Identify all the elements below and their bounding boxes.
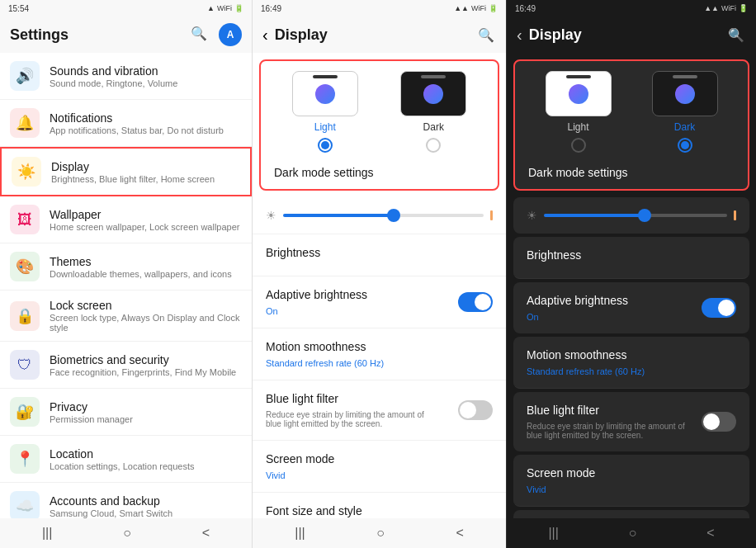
dark-mode-option[interactable]: Dark [400, 71, 466, 153]
privacy-subtitle: Permission manager [50, 414, 242, 424]
signal-icon: ▲ [207, 4, 215, 12]
blue-light-subtitle-dark: Reduce eye strain by limiting the amount… [527, 422, 692, 440]
sidebar-item-sounds[interactable]: 🔊 Sounds and vibration Sound mode, Ringt… [0, 53, 252, 100]
blue-light-toggle[interactable] [458, 400, 493, 420]
blue-light-title-dark: Blue light filter [527, 404, 702, 417]
motion-title: Motion smoothness [266, 340, 493, 353]
font-size-title: Font size and style [266, 504, 493, 517]
sidebar-item-display[interactable]: ☀️ Display Brightness, Blue light filter… [0, 147, 252, 196]
motion-title-dark: Motion smoothness [527, 348, 736, 361]
display-header-dark: ‹ Display 🔍 [507, 17, 756, 53]
motion-subtitle-dark: Standard refresh rate (60 Hz) [527, 366, 736, 376]
nav-bar-panel3: ||| ○ < [507, 518, 756, 548]
light-radio-dark[interactable] [571, 138, 586, 153]
motion-row[interactable]: Motion smoothness Standard refresh rate … [253, 328, 506, 380]
menu-nav-p3[interactable]: ||| [548, 526, 558, 541]
screen-mode-row-dark[interactable]: Screen mode Vivid [513, 455, 749, 507]
dark-mode-option-dark[interactable]: Dark [652, 71, 718, 153]
battery-icon: 🔋 [234, 4, 243, 12]
preview-bubble-d [569, 84, 588, 104]
blue-light-knob-dark [703, 413, 720, 430]
home-nav-p3[interactable]: ○ [629, 526, 637, 541]
blue-light-text: Blue light filter Reduce eye strain by l… [266, 392, 458, 428]
preview-bubble [315, 84, 335, 104]
time-panel3: 16:49 [515, 4, 536, 13]
toggle-knob [475, 294, 491, 310]
user-avatar[interactable]: A [219, 23, 242, 46]
dark-mode-settings-dark[interactable]: Dark mode settings [525, 161, 738, 179]
sounds-text: Sounds and vibration Sound mode, Rington… [50, 64, 242, 88]
blue-light-text-dark: Blue light filter Reduce eye strain by l… [527, 404, 702, 440]
accounts-subtitle: Samsung Cloud, Smart Switch [50, 508, 242, 518]
status-bar-panel2: 16:49 ▲▲ WiFi 🔋 [253, 0, 506, 17]
wifi-icon2: WiFi [471, 4, 486, 12]
font-size-row[interactable]: Font size and style [253, 493, 506, 518]
back-nav-p2[interactable]: < [456, 526, 463, 541]
screen-mode-title: Screen mode [266, 452, 493, 465]
screen-mode-row[interactable]: Screen mode Vivid [253, 441, 506, 493]
signal-icon3: ▲▲ [704, 4, 719, 12]
back-button-p2[interactable]: ‹ [262, 26, 268, 45]
motion-subtitle: Standard refresh rate (60 Hz) [266, 358, 493, 368]
battery-icon3: 🔋 [739, 4, 748, 12]
light-mode-option-dark[interactable]: Light [546, 71, 612, 153]
sidebar-item-themes[interactable]: 🎨 Themes Downloadable themes, wallpapers… [0, 243, 252, 291]
search-icon[interactable]: 🔍 [189, 23, 209, 43]
display-header-light: ‹ Display 🔍 [253, 17, 506, 53]
location-subtitle: Location settings, Location requests [50, 461, 242, 471]
light-radio[interactable] [318, 138, 333, 153]
home-nav-icon[interactable]: ○ [123, 526, 131, 541]
brightness-sun-icon-d: ☀ [527, 209, 537, 222]
blue-light-toggle-dark[interactable] [702, 412, 736, 432]
nav-bar-panel2: ||| ○ < [253, 518, 506, 548]
dark-mode-settings[interactable]: Dark mode settings [271, 161, 488, 179]
sounds-title: Sounds and vibration [50, 64, 242, 78]
search-icon-p2[interactable]: 🔍 [476, 25, 496, 45]
sidebar-item-privacy[interactable]: 🔐 Privacy Permission manager [0, 389, 252, 436]
menu-nav-icon[interactable]: ||| [42, 526, 52, 541]
notify-text: Notifications App notifications, Status … [50, 111, 242, 135]
themes-title: Themes [50, 255, 242, 268]
signal-icon2: ▲▲ [454, 4, 469, 12]
dark-radio-dark[interactable] [678, 138, 692, 153]
sidebar-item-location[interactable]: 📍 Location Location settings, Location r… [0, 436, 252, 483]
header-icons: 🔍 A [189, 23, 242, 46]
font-size-row-dark[interactable]: Font size and style [513, 510, 749, 518]
dark-phone-preview [400, 71, 466, 116]
brightness-slider-dark[interactable] [544, 214, 727, 217]
search-icon-p3[interactable]: 🔍 [726, 25, 746, 45]
biometrics-title: Biometrics and security [50, 353, 242, 366]
adaptive-toggle-dark[interactable] [702, 298, 736, 318]
sidebar-item-accounts[interactable]: ☁️ Accounts and backup Samsung Cloud, Sm… [0, 483, 252, 518]
brightness-thumb[interactable] [387, 209, 400, 222]
menu-nav-p2[interactable]: ||| [295, 526, 305, 541]
adaptive-brightness-row: Adaptive brightness On [253, 276, 506, 328]
motion-row-dark[interactable]: Motion smoothness Standard refresh rate … [513, 337, 749, 389]
sidebar-item-lock[interactable]: 🔒 Lock screen Screen lock type, Always O… [0, 291, 252, 342]
light-mode-option[interactable]: Light [292, 71, 358, 153]
adaptive-toggle[interactable] [458, 292, 493, 312]
brightness-slider[interactable] [283, 214, 484, 217]
sidebar-item-notifications[interactable]: 🔔 Notifications App notifications, Statu… [0, 100, 252, 147]
back-nav-icon[interactable]: < [202, 526, 210, 541]
back-nav-p3[interactable]: < [706, 526, 714, 541]
display-panel-light: 16:49 ▲▲ WiFi 🔋 ‹ Display 🔍 Light [252, 0, 506, 548]
back-button-p3[interactable]: ‹ [517, 26, 522, 45]
screen-mode-value-dark: Vivid [527, 484, 736, 494]
settings-panel: 15:54 ▲ WiFi 🔋 Settings 🔍 A 🔊 Sounds and… [0, 0, 252, 548]
brightness-title-dark: Brightness [527, 248, 736, 262]
settings-title: Settings [10, 26, 189, 44]
battery-icon2: 🔋 [489, 4, 498, 12]
privacy-text: Privacy Permission manager [50, 400, 242, 424]
display-subtitle: Brightness, Blue light filter, Home scre… [51, 174, 240, 184]
sidebar-item-biometrics[interactable]: 🛡 Biometrics and security Face recogniti… [0, 342, 252, 389]
brightness-thumb-dark[interactable] [638, 209, 651, 222]
adaptive-title-dark: Adaptive brightness [527, 294, 702, 307]
location-text: Location Location settings, Location req… [50, 447, 242, 471]
sidebar-item-wallpaper[interactable]: 🖼 Wallpaper Home screen wallpaper, Lock … [0, 196, 252, 243]
wallpaper-text: Wallpaper Home screen wallpaper, Lock sc… [50, 208, 242, 232]
adaptive-on-dark: On [527, 312, 702, 322]
home-nav-p2[interactable]: ○ [376, 526, 385, 541]
dark-preview-bubble-d [675, 84, 695, 104]
dark-radio[interactable] [426, 138, 441, 153]
